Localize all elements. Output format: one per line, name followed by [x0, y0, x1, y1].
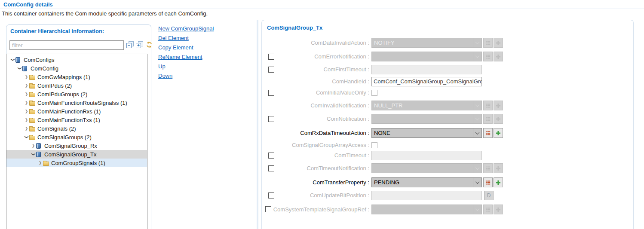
folder-icon — [29, 117, 37, 123]
tree-item-comgwmappings[interactable]: ❯ ComGwMappings (1) — [6, 73, 147, 81]
chevron-down-icon — [473, 52, 481, 61]
field-label: ComSystemTemplateSignalGroupRef : — [262, 205, 369, 214]
list-button[interactable] — [483, 177, 493, 187]
list-button — [483, 205, 493, 214]
list-button — [483, 52, 493, 61]
comrxdatatimeoutaction-select[interactable]: NONE — [371, 128, 482, 138]
chevron-down-icon — [473, 205, 481, 214]
add-button — [494, 52, 503, 61]
tree-item-commainfunctionrxs[interactable]: ❯ ComMainFunctionRxs (1) — [6, 107, 147, 116]
folder-icon — [29, 74, 37, 80]
field-label: ComFirstTimeout : — [262, 65, 369, 75]
page-header: ComConfig details — [0, 0, 644, 9]
details-panel-title: ComSignalGroup_Tx — [267, 24, 322, 31]
field-label: ComSignalGroupArrayAccess : — [262, 142, 369, 148]
add-button[interactable] — [494, 128, 503, 138]
del-element-link[interactable]: Del Element — [158, 35, 214, 42]
tree-item-comsignalgroups[interactable]: ❯ ComSignalGroups (2) — [6, 133, 147, 141]
expand-all-icon[interactable] — [136, 41, 144, 49]
add-button[interactable] — [494, 177, 503, 187]
chevron-collapsed-icon[interactable]: ❯ — [24, 101, 29, 105]
field-row-comtimeoutnotification: ComTimeoutNotification : — [262, 163, 633, 173]
enable-checkbox[interactable] — [265, 206, 271, 212]
list-button — [483, 101, 493, 110]
up-link[interactable]: Up — [158, 63, 214, 70]
collapse-all-icon[interactable] — [126, 41, 134, 49]
chevron-collapsed-icon[interactable]: ❯ — [24, 83, 29, 88]
folder-icon — [29, 92, 37, 97]
folder-icon — [29, 83, 37, 89]
down-link[interactable]: Down — [158, 73, 214, 79]
rename-element-link[interactable]: ReName Element — [158, 54, 214, 61]
list-button[interactable] — [483, 128, 493, 138]
folder-icon — [43, 160, 50, 166]
folder-icon — [29, 109, 37, 114]
chevron-down-icon[interactable] — [473, 128, 481, 137]
page-title: ComConfig details — [3, 1, 53, 8]
chevron-collapsed-icon[interactable]: ❯ — [24, 118, 29, 122]
module-icon — [22, 66, 30, 71]
field-label: ComInitialValueOnly : — [262, 90, 369, 96]
chevron-expanded-icon[interactable]: ❯ — [25, 134, 29, 140]
comsystemtemplatesignalgroupref-select — [371, 205, 482, 214]
field-row-comsystemtemplatesignalgroupref: ComSystemTemplateSignalGroupRef : — [262, 205, 633, 214]
add-button — [494, 163, 503, 173]
chevron-down-icon — [473, 114, 481, 123]
chevron-collapsed-icon[interactable]: ❯ — [24, 92, 29, 96]
module-icon — [36, 152, 43, 157]
chevron-down-icon[interactable] — [473, 178, 481, 187]
field-label: ComUpdateBitPosition : — [262, 191, 369, 201]
comupdatebitposition-input — [371, 191, 482, 200]
refresh-icon[interactable] — [146, 41, 153, 49]
chevron-collapsed-icon[interactable]: ❯ — [24, 75, 29, 79]
chevron-collapsed-icon[interactable]: ❯ — [37, 161, 43, 165]
field-label: ComTimeout : — [262, 151, 369, 161]
chevron-collapsed-icon[interactable]: ❯ — [24, 126, 29, 131]
details-panel: ComSignalGroup_Tx ComDataInvalidAction :… — [261, 20, 634, 229]
tree-item-commainfunctionroutesignalss[interactable]: ❯ ComMainFunctionRouteSignalss (1) — [6, 98, 147, 107]
chevron-down-icon — [473, 164, 481, 173]
field-label: ComDataInvalidAction : — [262, 38, 369, 48]
tree-item-commainfunctiontxs[interactable]: ❯ ComMainFunctionTxs (1) — [6, 116, 147, 124]
page-description: This container containers the Com module… — [2, 10, 208, 17]
field-row-comtransferproperty: ComTransferProperty : PENDING — [262, 177, 633, 187]
tree-item-comsignalgroup-rx[interactable]: ❯ ComSignalGroup_Rx — [6, 141, 147, 150]
tree-item-comsignalgroup-tx[interactable]: ❯ ComSignalGroup_Tx — [6, 150, 147, 159]
field-row-cominvalidnotification: ComInvalidNotification : NULL_PTR — [262, 101, 633, 110]
hierarchy-panel-title: Container Hierarchical information: — [10, 28, 104, 34]
hierarchy-tree: ❯ ComConfigs ❯ ComConfig ❯ ComGwMappings… — [6, 54, 147, 229]
folder-icon — [29, 100, 37, 106]
new-comgroupsignal-link[interactable]: New ComGroupSignal — [158, 25, 214, 32]
action-links: New ComGroupSignal Del Element Copy Elem… — [158, 25, 214, 82]
chevron-expanded-icon[interactable]: ❯ — [31, 152, 36, 157]
add-button — [494, 101, 503, 110]
comdatainvalidaction-select: NOTIFY — [371, 38, 482, 48]
field-row-comsignalgrouparrayaccess: ComSignalGroupArrayAccess : — [262, 142, 633, 148]
copy-element-link[interactable]: Copy Element — [158, 44, 214, 51]
tree-item-comconfig[interactable]: ❯ ComConfig — [6, 64, 147, 73]
add-button — [494, 38, 503, 48]
add-button — [494, 205, 503, 214]
cominitialvalueonly-checkbox — [371, 90, 377, 96]
chevron-expanded-icon[interactable]: ❯ — [18, 66, 22, 71]
chevron-collapsed-icon[interactable]: ❯ — [24, 109, 29, 113]
tree-item-comgroupsignals[interactable]: ❯ ComGroupSignals (1) — [6, 159, 147, 167]
chevron-collapsed-icon[interactable]: ❯ — [31, 144, 36, 148]
module-icon — [15, 57, 23, 63]
field-row-comfirsttimeout: ComFirstTimeout : — [262, 65, 633, 75]
tree-item-comconfigs[interactable]: ❯ ComConfigs — [6, 55, 147, 64]
field-row-comerrornotification: ComErrorNotification : — [262, 52, 633, 61]
tree-item-comipdus[interactable]: ❯ ComIPdus (2) — [6, 81, 147, 90]
comerrornotification-select — [371, 52, 482, 61]
filter-input[interactable] — [9, 40, 124, 50]
tree-item-comsignals[interactable]: ❯ ComSignals (2) — [6, 124, 147, 133]
chevron-down-icon — [473, 101, 481, 110]
module-icon — [36, 143, 43, 149]
comhandleid-input[interactable]: ComConf_ComSignalGroup_ComSignalGrou — [371, 77, 482, 86]
list-button — [483, 114, 493, 124]
chevron-expanded-icon[interactable]: ❯ — [11, 57, 15, 63]
field-label: ComInvalidNotification : — [262, 101, 369, 110]
comtransferproperty-select[interactable]: PENDING — [371, 177, 482, 187]
tree-item-comipdugroups[interactable]: ❯ ComIPduGroups (2) — [6, 90, 147, 98]
folder-icon — [29, 134, 37, 140]
